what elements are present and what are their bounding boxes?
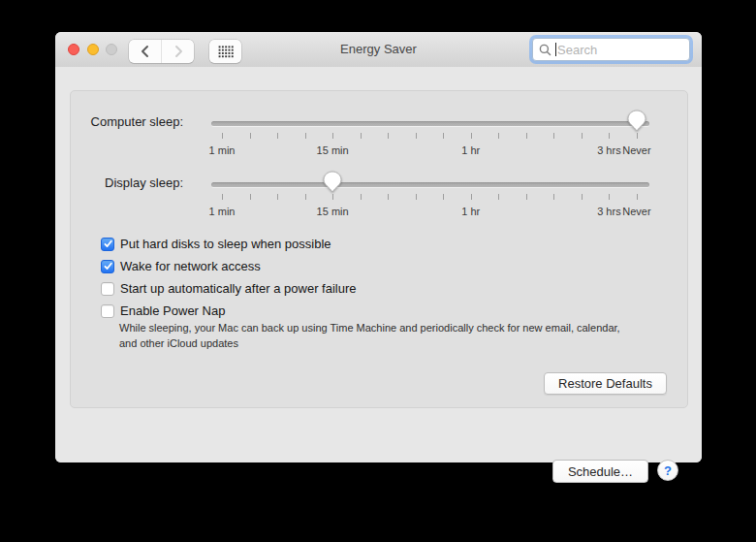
checkbox-label[interactable]: Enable Power Nap xyxy=(120,303,225,318)
display-sleep-slider-row: Display sleep:1 min15 min1 hr3 hrsNever xyxy=(71,164,687,226)
tick xyxy=(416,194,417,200)
computer-sleep-slider-row: Computer sleep:1 min15 min1 hr3 hrsNever xyxy=(71,103,687,165)
display-sleep-slider-thumb[interactable] xyxy=(323,171,342,193)
computer-sleep-label: Computer sleep: xyxy=(71,114,183,129)
tick xyxy=(553,133,554,139)
text-caret xyxy=(555,43,556,56)
tick xyxy=(443,194,444,200)
tick-label: 1 min xyxy=(209,144,236,156)
tick xyxy=(553,194,554,200)
tick xyxy=(332,133,333,139)
tick xyxy=(277,194,278,200)
tick xyxy=(222,133,223,139)
tick xyxy=(526,194,527,200)
tick xyxy=(471,133,472,139)
tick xyxy=(305,194,306,200)
tick xyxy=(471,194,472,200)
tick-label: 15 min xyxy=(317,144,349,156)
tick-label: 15 min xyxy=(317,206,349,217)
checkbox-label[interactable]: Put hard disks to sleep when possible xyxy=(120,237,331,251)
display-sleep-label: Display sleep: xyxy=(71,175,183,190)
tick xyxy=(637,194,638,200)
tick xyxy=(361,194,362,200)
tick-label: 1 hr xyxy=(461,144,480,156)
tick xyxy=(526,133,527,139)
tick-label: Never xyxy=(622,206,650,217)
tick xyxy=(361,133,362,139)
preferences-content: While sleeping, your Mac can back up usi… xyxy=(55,67,702,462)
tick xyxy=(637,133,638,139)
tick xyxy=(250,133,251,139)
tick xyxy=(305,133,306,139)
energy-settings-panel: While sleeping, your Mac can back up usi… xyxy=(70,90,688,408)
title-bar[interactable]: Energy Saver Search xyxy=(55,32,702,68)
tick xyxy=(609,133,610,139)
checkbox-row: Start up automatically after a power fai… xyxy=(101,281,357,296)
search-placeholder: Search xyxy=(557,43,597,57)
checkbox[interactable] xyxy=(101,260,114,273)
computer-sleep-slider-thumb[interactable] xyxy=(627,110,646,132)
tick xyxy=(498,133,499,139)
tick xyxy=(582,133,583,139)
tick-label: 3 hrs xyxy=(597,144,620,156)
checkbox-row: Put hard disks to sleep when possible xyxy=(101,237,331,251)
tick xyxy=(498,194,499,200)
tick-label: 1 min xyxy=(209,206,236,217)
checkbox-row: Enable Power Nap xyxy=(101,303,225,318)
checkbox[interactable] xyxy=(101,304,114,318)
tick-label: Never xyxy=(622,144,650,156)
tick xyxy=(277,133,278,139)
checkbox[interactable] xyxy=(101,282,114,296)
tick-label: 1 hr xyxy=(461,206,480,217)
checkbox-label[interactable]: Start up automatically after a power fai… xyxy=(120,281,357,296)
help-button[interactable]: ? xyxy=(657,460,678,481)
schedule-button[interactable]: Schedule… xyxy=(552,460,648,483)
search-input[interactable]: Search xyxy=(532,38,690,61)
search-icon xyxy=(539,44,551,56)
energy-saver-window: Energy Saver Search While sleeping, your… xyxy=(55,32,702,462)
tick xyxy=(222,194,223,200)
power-nap-note: While sleeping, your Mac can back up usi… xyxy=(119,321,638,351)
checkmark-icon xyxy=(103,261,113,271)
checkbox[interactable] xyxy=(101,238,114,251)
tick xyxy=(582,194,583,200)
tick xyxy=(443,133,444,139)
computer-sleep-slider-track[interactable] xyxy=(211,121,649,126)
tick xyxy=(332,194,333,200)
tick xyxy=(250,194,251,200)
display-sleep-slider-track[interactable] xyxy=(211,182,649,187)
restore-defaults-button[interactable]: Restore Defaults xyxy=(544,372,667,395)
tick xyxy=(388,133,389,139)
tick xyxy=(609,194,610,200)
tick xyxy=(416,133,417,139)
checkbox-row: Wake for network access xyxy=(101,259,261,273)
tick xyxy=(388,194,389,200)
checkmark-icon xyxy=(103,239,113,249)
checkbox-label[interactable]: Wake for network access xyxy=(120,259,261,273)
tick-label: 3 hrs xyxy=(597,206,620,217)
